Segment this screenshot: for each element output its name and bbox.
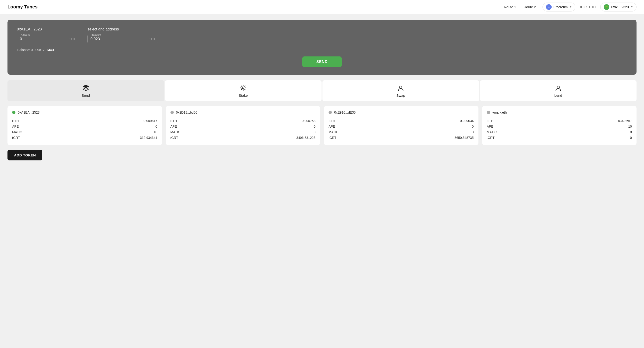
wallet-card-header: 0xE916...dE35 [328,111,474,114]
token-amount: 3650.548735 [454,136,474,139]
ethereum-icon: Ξ [546,4,552,10]
token-row: MATIC10 [12,129,158,135]
tab-lend[interactable]: Lend [480,80,637,101]
wallet-balance-text: Balance: 0.009817 [17,48,45,52]
token-amount: 0.029034 [460,119,474,123]
token-name: MATIC [487,130,497,134]
token-amount: 0 [630,136,632,139]
tab-send-label: Send [82,93,90,97]
token-amount: 0.000758 [302,119,316,123]
status-dot [12,111,16,114]
token-amount: 0 [314,130,316,134]
wallet-card: 0x2D18...bd56ETH0.000758APE0MATIC0tGRT34… [166,106,320,145]
token-amount: 0 [472,125,474,128]
svg-point-3 [557,86,559,88]
token-row: APE0 [328,124,474,129]
account-chevron-icon: ▼ [631,6,633,8]
balance-input-group: Balance ETH [88,33,158,43]
account-address: 0xA1...2523 [611,5,629,9]
wallet-card: vmark.ethETH0.028657APE10MATIC0tGRT0 [482,106,637,145]
token-amount: 10 [154,130,158,134]
token-row: ETH0.009817 [12,118,158,124]
nav-route2[interactable]: Route 2 [522,4,538,10]
lend-icon [554,84,562,92]
token-row: MATIC0 [170,129,316,135]
app-logo: Loomy Tunes [8,4,38,10]
token-name: APE [170,125,177,128]
tab-stake-label: Stake [239,93,248,97]
network-selector[interactable]: Ξ Ethereum ▼ [542,3,576,12]
send-panel: 0xA1EA...2523 Amount ETH select and addr… [8,20,636,75]
token-name: tGRT [170,136,178,139]
account-avatar: 🍀 [604,4,610,10]
wallet-address: vmark.eth [492,111,507,114]
max-button[interactable]: MAX [48,48,54,52]
send-button[interactable]: SEND [302,56,342,67]
token-amount: 312.934341 [140,136,158,139]
token-name: MATIC [328,130,338,134]
wallet-card: 0xA1EA...2523ETH0.009817APE0MATIC10tGRT3… [8,106,162,145]
chevron-down-icon: ▼ [570,6,572,8]
token-amount: 0 [156,125,158,128]
add-token-button[interactable]: ADD TOKEN [8,150,42,160]
wallet-card: 0xE916...dE35ETH0.029034APE0MATIC0tGRT36… [324,106,478,145]
token-amount: 0 [630,130,632,134]
token-amount: 10 [628,125,632,128]
tab-send[interactable]: Send [8,80,164,101]
tab-bar: Send Stake Swap Lend [8,80,636,101]
wallet-card-header: 0xA1EA...2523 [12,111,158,114]
token-name: APE [487,125,494,128]
token-row: ETH0.029034 [328,118,474,124]
amount-input-group: Amount ETH [17,33,78,43]
token-name: ETH [170,119,177,123]
nav-links: Route 1 Route 2 [502,4,538,10]
balance-fieldset: Balance ETH [88,33,158,43]
tab-stake[interactable]: Stake [165,80,322,101]
token-name: ETH [12,119,19,123]
header-right: Route 1 Route 2 Ξ Ethereum ▼ 0.009 ETH 🍀… [502,3,636,12]
send-icon [82,84,90,92]
wallet-address: 0x2D18...bd56 [176,111,197,114]
eth-balance: 0.009 ETH [580,5,596,9]
token-name: ETH [487,119,494,123]
status-dot [487,111,490,114]
amount-legend: Amount [20,33,31,36]
token-name: tGRT [328,136,336,139]
token-row: APE0 [170,124,316,129]
token-name: APE [12,125,19,128]
token-row: MATIC0 [328,129,474,135]
token-row: MATIC0 [487,129,632,135]
token-row: tGRT0 [487,135,632,140]
token-amount: 0.028657 [618,119,632,123]
from-address-label: 0xA1EA...2523 [17,27,78,31]
balance-legend: Balance [90,33,102,36]
token-amount: 3406.331225 [296,136,316,139]
token-name: tGRT [487,136,494,139]
send-from-section: 0xA1EA...2523 Amount ETH [17,27,78,43]
wallet-address: 0xE916...dE35 [334,111,356,114]
token-row: tGRT312.934341 [12,135,158,140]
svg-point-0 [242,87,244,89]
token-row: ETH0.028657 [487,118,632,124]
token-amount: 0 [314,125,316,128]
token-row: ETH0.000758 [170,118,316,124]
tab-lend-label: Lend [554,93,562,97]
tab-swap[interactable]: Swap [322,80,479,101]
token-name: ETH [328,119,335,123]
amount-fieldset: Amount ETH [17,33,78,43]
token-name: MATIC [170,130,180,134]
main-content: 0xA1EA...2523 Amount ETH select and addr… [0,14,644,166]
stake-icon [240,84,247,92]
balance-row: Balance: 0.009817 MAX [17,48,627,52]
token-name: APE [328,125,335,128]
balance-input-row: ETH [90,37,155,41]
token-row: APE0 [12,124,158,129]
wallet-card-header: 0x2D18...bd56 [170,111,316,114]
balance-unit: ETH [148,37,155,41]
wallet-cards: 0xA1EA...2523ETH0.009817APE0MATIC10tGRT3… [8,106,636,145]
nav-route1[interactable]: Route 1 [502,4,518,10]
amount-input[interactable] [20,37,67,41]
account-selector[interactable]: 🍀 0xA1...2523 ▼ [600,3,636,12]
balance-input[interactable] [90,37,146,41]
network-name: Ethereum [554,5,568,9]
